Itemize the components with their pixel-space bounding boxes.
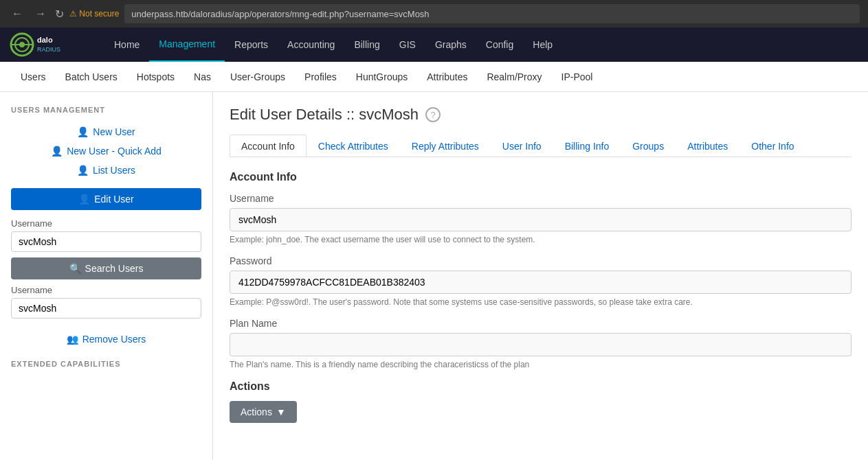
svg-text:dalo: dalo	[37, 36, 53, 44]
user-plus-icon-2: 👤	[51, 146, 63, 157]
edit-user-button[interactable]: 👤 Edit User	[11, 188, 201, 210]
tab-reply-attributes[interactable]: Reply Attributes	[400, 135, 491, 157]
sub-navigation: Users Batch Users Hotspots Nas User-Grou…	[0, 62, 868, 92]
actions-caret-icon: ▼	[276, 406, 286, 417]
password-hint: Example: P@ssw0rd!. The user's password.…	[230, 297, 852, 307]
tabs-bar: Account Info Check Attributes Reply Attr…	[230, 135, 852, 157]
username-hint: Example: john_doe. The exact username th…	[230, 235, 852, 244]
users-management-title: USERS MANAGEMENT	[11, 106, 201, 114]
subnav-realm-proxy[interactable]: Realm/Proxy	[477, 62, 551, 92]
nav-management[interactable]: Management	[149, 27, 225, 62]
tab-other-info[interactable]: Other Info	[739, 135, 805, 157]
password-field-input[interactable]	[230, 271, 852, 294]
remove-users-icon: 👥	[67, 334, 78, 345]
nav-graphs[interactable]: Graphs	[425, 27, 476, 62]
page-title-text: Edit User Details :: svcMosh	[230, 106, 419, 124]
plan-name-field-input[interactable]	[230, 333, 852, 356]
account-info-heading: Account Info	[230, 171, 852, 183]
svg-text:RADIUS: RADIUS	[37, 46, 60, 53]
plan-name-field-label: Plan Name	[230, 318, 852, 329]
new-user-quick-add-link[interactable]: 👤 New User - Quick Add	[11, 141, 201, 161]
subnav-huntgroups[interactable]: HuntGroups	[346, 62, 417, 92]
username-input-search[interactable]	[11, 298, 201, 319]
extended-capabilities-title: EXTENDED CAPABILITIES	[11, 360, 201, 368]
search-icon: 🔍	[69, 263, 81, 274]
username-field-label: Username	[230, 193, 852, 204]
search-users-button[interactable]: 🔍 Search Users	[11, 257, 201, 279]
main-content: Edit User Details :: svcMosh ? Account I…	[213, 92, 868, 460]
nav-gis[interactable]: GIS	[390, 27, 425, 62]
nav-billing[interactable]: Billing	[344, 27, 389, 62]
security-indicator: ⚠ Not secure	[69, 9, 119, 19]
back-button[interactable]: ←	[8, 6, 26, 21]
url-bar[interactable]	[124, 4, 860, 23]
nav-config[interactable]: Config	[476, 27, 523, 62]
subnav-ip-pool[interactable]: IP-Pool	[552, 62, 603, 92]
username-field-input[interactable]	[230, 208, 852, 231]
tab-groups[interactable]: Groups	[621, 135, 676, 157]
username-field-group: Username Example: john_doe. The exact us…	[230, 193, 852, 244]
username-input-edit[interactable]	[11, 231, 201, 252]
browser-chrome: ← → ↻ ⚠ Not secure	[0, 0, 868, 27]
username-label-search: Username	[11, 285, 201, 295]
edit-user-icon: 👤	[78, 194, 90, 205]
refresh-button[interactable]: ↻	[55, 8, 64, 21]
nav-accounting[interactable]: Accounting	[278, 27, 344, 62]
nav-help[interactable]: Help	[523, 27, 562, 62]
subnav-nas[interactable]: Nas	[184, 62, 221, 92]
logo[interactable]: dalo RADIUS	[8, 32, 91, 58]
actions-heading: Actions	[230, 380, 852, 393]
forward-button[interactable]: →	[32, 6, 49, 21]
new-user-link[interactable]: 👤 New User	[11, 122, 201, 141]
list-users-link[interactable]: 👤 List Users	[11, 161, 201, 180]
remove-users-link[interactable]: 👥 Remove Users	[11, 330, 201, 349]
help-icon[interactable]: ?	[425, 107, 441, 122]
nav-reports[interactable]: Reports	[225, 27, 278, 62]
user-plus-icon: 👤	[77, 126, 89, 137]
tab-attributes[interactable]: Attributes	[676, 135, 739, 157]
top-navigation: dalo RADIUS Home Management Reports Acco…	[0, 27, 868, 62]
plan-name-hint: The Plan's name. This is a friendly name…	[230, 360, 852, 369]
tab-billing-info[interactable]: Billing Info	[553, 135, 621, 157]
nav-home[interactable]: Home	[104, 27, 149, 62]
tab-user-info[interactable]: User Info	[491, 135, 553, 157]
subnav-profiles[interactable]: Profiles	[295, 62, 346, 92]
page-layout: USERS MANAGEMENT 👤 New User 👤 New User -…	[0, 92, 868, 460]
tab-account-info[interactable]: Account Info	[230, 135, 307, 157]
users-list-icon: 👤	[77, 165, 89, 176]
tab-check-attributes[interactable]: Check Attributes	[307, 135, 400, 157]
plan-name-field-group: Plan Name The Plan's name. This is a fri…	[230, 318, 852, 369]
subnav-hotspots[interactable]: Hotspots	[127, 62, 184, 92]
actions-btn-label: Actions	[241, 406, 272, 417]
sidebar: USERS MANAGEMENT 👤 New User 👤 New User -…	[0, 92, 213, 460]
subnav-batch-users[interactable]: Batch Users	[56, 62, 127, 92]
password-field-group: Password Example: P@ssw0rd!. The user's …	[230, 255, 852, 307]
actions-dropdown-button[interactable]: Actions ▼	[230, 401, 297, 423]
username-label-edit: Username	[11, 218, 201, 229]
subnav-user-groups[interactable]: User-Groups	[221, 62, 295, 92]
subnav-attributes[interactable]: Attributes	[417, 62, 477, 92]
password-field-label: Password	[230, 255, 852, 266]
subnav-users[interactable]: Users	[11, 62, 56, 92]
page-heading: Edit User Details :: svcMosh ?	[230, 106, 852, 124]
